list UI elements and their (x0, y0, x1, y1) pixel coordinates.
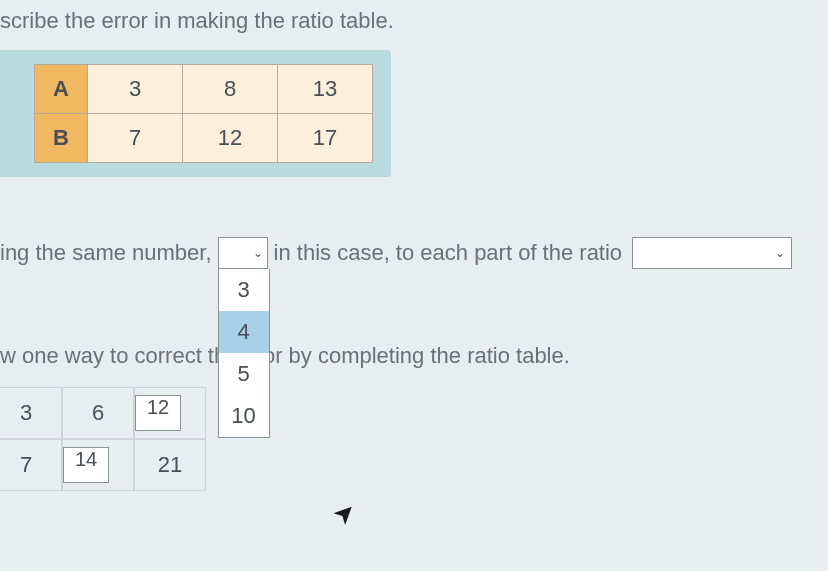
cell-b3: 17 (278, 114, 373, 163)
row-b-label: B (35, 114, 88, 163)
cell-a1: 3 (88, 65, 183, 114)
instr2-b: or by completing the ratio table. (263, 343, 570, 368)
ans-cell: 6 (62, 387, 134, 439)
question-prompt: scribe the error in making the ratio tab… (0, 0, 828, 50)
ratio-table: A 3 8 13 B 7 12 17 (34, 64, 373, 163)
cell-b1: 7 (88, 114, 183, 163)
row-a-label: A (35, 65, 88, 114)
dropdown-selected[interactable]: ⌄ (218, 237, 268, 269)
fill-text-2: in this case, to each part of the ratio (274, 240, 623, 266)
table-row: A 3 8 13 (35, 65, 373, 114)
instruction-2: w one way to correct th or by completing… (0, 343, 828, 369)
mouse-cursor-icon: ➤ (326, 495, 363, 532)
answer-input[interactable]: 12 (135, 395, 181, 431)
ans-cell: 21 (134, 439, 206, 491)
ans-cell: 7 (0, 439, 62, 491)
cell-a2: 8 (183, 65, 278, 114)
instr2-a: w one way to correct th (0, 343, 226, 368)
chevron-down-icon: ⌄ (253, 246, 263, 260)
table-row: 7 14 21 (0, 439, 206, 491)
ratio-table-container: X A 3 8 13 B 7 12 17 (0, 50, 391, 177)
answer-ratio-table: 3 6 12 7 14 21 (0, 387, 206, 491)
ans-input-cell: 14 (62, 439, 134, 491)
table-row: 3 6 12 (0, 387, 206, 439)
table-row: B 7 12 17 (35, 114, 373, 163)
cell-b2: 12 (183, 114, 278, 163)
fill-text-1: ing the same number, (0, 240, 212, 266)
chevron-down-icon: ⌄ (775, 246, 785, 260)
ans-input-cell: 12 (134, 387, 206, 439)
dropdown-option[interactable]: 4 (219, 311, 269, 353)
cell-a3: 13 (278, 65, 373, 114)
dropdown-option[interactable]: 5 (219, 353, 269, 395)
dropdown-option[interactable]: 10 (219, 395, 269, 437)
number-dropdown[interactable]: ⌄ 3 4 5 10 (218, 237, 268, 269)
dropdown-option[interactable]: 3 (219, 269, 269, 311)
ans-cell: 3 (0, 387, 62, 439)
answer-input[interactable]: 14 (63, 447, 109, 483)
fill-in-sentence: ing the same number, ⌄ 3 4 5 10 in this … (0, 237, 828, 269)
ratio-dropdown[interactable]: ⌄ (632, 237, 792, 269)
dropdown-list[interactable]: 3 4 5 10 (218, 269, 270, 438)
